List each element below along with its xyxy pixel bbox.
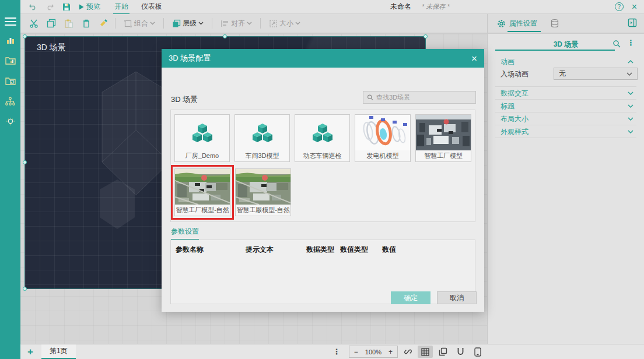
dialog-section-label: 3D 场景 — [171, 94, 198, 105]
bottom-kebab-icon[interactable]: ⋮ — [333, 347, 341, 356]
sitemap-icon[interactable] — [5, 96, 16, 107]
group-dropdown[interactable]: 组合 — [118, 19, 161, 29]
close-window-icon[interactable]: × — [632, 2, 637, 12]
scene-tile-smart-factory[interactable]: 智慧工厂模型 — [415, 114, 471, 162]
group-icon — [124, 19, 132, 28]
section-layout-size[interactable]: 布局大小 — [488, 113, 644, 125]
page-tab-1[interactable]: 第1页 — [41, 344, 76, 359]
tab-data-source[interactable] — [550, 19, 559, 28]
ok-button[interactable]: 确定 — [391, 291, 430, 304]
scene-search-box[interactable] — [363, 91, 476, 104]
document-title: 未命名 — [390, 2, 411, 12]
section-data-interaction[interactable]: 数据交互 — [488, 87, 644, 99]
col-data-type: 数据类型 — [306, 245, 334, 255]
lightbulb-icon[interactable] — [5, 116, 16, 128]
magnet-icon[interactable] — [453, 346, 468, 358]
entrance-animation-label: 入场动画 — [501, 69, 528, 79]
grid-toggle-icon[interactable] — [418, 346, 433, 358]
cancel-button[interactable]: 取消 — [437, 291, 477, 304]
tile-label: 厂房_Demo — [175, 150, 229, 161]
chevron-down-icon — [247, 22, 252, 25]
mobile-preview-icon[interactable] — [470, 346, 485, 358]
copy-icon[interactable] — [43, 19, 60, 28]
tab-start[interactable]: 开始 — [111, 0, 132, 15]
zoom-controls: − 100% + — [349, 346, 398, 358]
add-page-button[interactable]: + — [27, 346, 33, 358]
link-icon[interactable] — [400, 346, 415, 358]
paste-icon[interactable] — [60, 19, 78, 28]
layer-dropdown[interactable]: 层级 — [166, 19, 209, 29]
top-menu-bar: 预览 开始 仪表板 未命名 * 未保存 * ? × — [20, 0, 644, 14]
format-painter-icon[interactable] — [95, 19, 113, 28]
city-thumbnail — [416, 115, 471, 150]
chevron-down-icon — [198, 22, 204, 25]
nature-factory-thumbnail — [175, 169, 230, 205]
zoom-level: 100% — [365, 349, 382, 356]
database-icon — [550, 19, 559, 28]
help-icon[interactable]: ? — [615, 2, 624, 11]
resize-handle-mid-left[interactable] — [23, 160, 27, 164]
section-title[interactable]: 标题 — [488, 100, 644, 112]
scene-tile-generator[interactable]: 发电机模型 — [355, 114, 411, 162]
hamburger-menu-icon[interactable] — [5, 17, 16, 26]
col-param-name: 参数名称 — [176, 245, 204, 255]
resize-handle-top-left[interactable] — [23, 34, 27, 38]
scene-tile-smart-plant-nature[interactable]: 智慧工厰模型-自然 — [235, 168, 291, 216]
chevron-down-icon — [626, 72, 632, 76]
left-sidebar — [0, 0, 20, 359]
scene-tile-workshop-3d[interactable]: 车间3D模型 — [235, 114, 290, 162]
preview-button[interactable]: 预览 — [79, 2, 100, 12]
panel-kebab-icon[interactable]: ⋮ — [627, 38, 635, 47]
tab-dashboard[interactable]: 仪表板 — [138, 0, 166, 15]
scene-tile-factory-demo[interactable]: 厂房_Demo — [174, 114, 230, 162]
save-icon[interactable] — [62, 3, 71, 11]
section-animation[interactable]: 动画 — [488, 56, 644, 68]
gear-icon — [497, 19, 506, 28]
col-value-type: 数值类型 — [340, 245, 368, 255]
entrance-animation-value: 无 — [559, 69, 566, 79]
layout-size-label: 布局大小 — [501, 114, 528, 124]
scene-tile-smart-factory-nature[interactable]: 智慧工厂模型-自然 — [174, 168, 230, 216]
size-icon — [269, 19, 278, 28]
edit-toolbar: 组合 层级 对齐 大小 — [20, 14, 487, 34]
delete-icon[interactable] — [78, 19, 95, 28]
resize-handle-top-mid[interactable] — [223, 34, 227, 38]
tab-property-settings[interactable]: 属性设置 — [496, 14, 538, 33]
align-dropdown[interactable]: 对齐 — [215, 19, 258, 29]
group-label: 组合 — [134, 19, 148, 29]
chevron-up-icon — [628, 60, 634, 64]
scene-tile-vehicle-patrol[interactable]: 动态车辆巡检 — [295, 114, 350, 162]
resize-handle-bottom-left[interactable] — [23, 287, 27, 291]
resize-handle-top-right[interactable] — [424, 34, 428, 38]
redo-icon[interactable] — [46, 3, 54, 10]
scene-search-input[interactable] — [376, 94, 472, 101]
component-library-icon[interactable] — [5, 55, 16, 66]
save-status: * 未保存 * — [422, 2, 450, 11]
template-library-icon[interactable] — [5, 75, 16, 87]
section-appearance[interactable]: 外观样式 — [488, 126, 644, 138]
dialog-header[interactable]: 3D 场景配置 × — [162, 49, 484, 68]
cubes-icon — [295, 115, 349, 150]
size-dropdown[interactable]: 大小 — [263, 19, 306, 29]
tab-parameter-settings[interactable]: 参数设置 — [171, 227, 199, 240]
duplicate-icon[interactable] — [435, 346, 450, 358]
collapse-panel-icon[interactable] — [628, 18, 637, 29]
panel-search-icon[interactable] — [612, 40, 621, 50]
layer-icon — [172, 19, 181, 28]
cut-icon[interactable] — [25, 19, 43, 28]
charts-icon[interactable] — [5, 34, 16, 46]
preview-label: 预览 — [86, 2, 100, 12]
entrance-animation-select[interactable]: 无 — [554, 68, 638, 80]
bottom-bar: + 第1页 ⋮ − 100% + — [20, 344, 644, 359]
undo-icon[interactable] — [29, 3, 37, 10]
dialog-close-icon[interactable]: × — [471, 54, 477, 64]
title-section-label: 标题 — [501, 101, 514, 111]
chevron-down-icon — [628, 117, 634, 121]
zoom-in-button[interactable]: + — [388, 348, 393, 356]
properties-panel: 3D 场景 ⋮ 动画 入场动画 无 数据交互 标题 布局大小 外观样式 — [487, 34, 644, 344]
zoom-out-button[interactable]: − — [354, 348, 358, 356]
chevron-down-icon — [150, 22, 155, 25]
3d-scene-config-dialog: 3D 场景配置 × 3D 场景 厂房_Demo 车间3D模型 — [162, 49, 484, 312]
property-settings-label: 属性设置 — [509, 19, 537, 29]
align-icon — [220, 20, 229, 27]
